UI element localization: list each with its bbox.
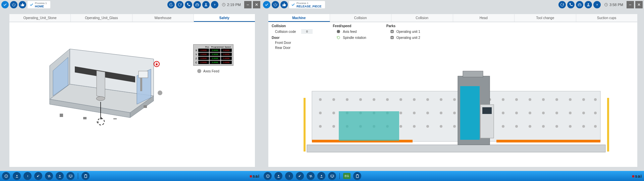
lock-icon [154, 61, 160, 67]
axes-feed: Axes Feed [197, 69, 219, 73]
toolbox-button[interactable] [194, 1, 201, 8]
user-button[interactable] [202, 1, 210, 8]
help-button[interactable]: ? [593, 1, 601, 8]
svg-point-59 [319, 112, 322, 114]
svg-rect-106 [463, 71, 483, 77]
tab-operating-unit-glass[interactable]: Operating_Unit_Glass [71, 14, 132, 22]
svg-point-91 [502, 125, 504, 128]
refresh-button[interactable] [176, 1, 183, 8]
svg-point-95 [555, 125, 558, 128]
svg-point-56 [569, 98, 572, 101]
svg-text:?: ? [214, 3, 216, 6]
clock-text: 2:19 PM [227, 3, 241, 7]
thumbs-up-button[interactable] [280, 1, 288, 8]
svg-point-73 [529, 112, 531, 114]
bb-home[interactable] [264, 172, 272, 180]
collision-code-label: Collision code [275, 30, 296, 34]
svg-point-60 [332, 112, 335, 114]
bb-transfer[interactable] [45, 172, 53, 180]
clock-icon [222, 3, 226, 7]
svg-rect-100 [496, 140, 600, 142]
svg-point-66 [413, 112, 416, 114]
svg-point-93 [529, 125, 531, 128]
breadcrumb[interactable]: Process 1 HOME [28, 1, 50, 8]
svg-text:!: ! [289, 175, 290, 178]
tabs: Machine Collision Collision Head Tool ch… [268, 14, 637, 22]
svg-point-54 [542, 98, 545, 101]
bb-user[interactable] [274, 172, 282, 180]
bottombar-left: ! ■sai [0, 171, 262, 181]
svg-point-51 [502, 98, 504, 101]
bb-transfer[interactable] [307, 172, 315, 180]
svg-point-11 [96, 97, 105, 101]
svg-rect-115 [357, 174, 358, 175]
bb-tools[interactable] [296, 172, 304, 180]
bb-account[interactable] [317, 172, 325, 180]
svg-point-21 [16, 175, 17, 176]
help-button[interactable]: ? [211, 1, 218, 8]
toolbox-button[interactable] [576, 1, 583, 8]
tab-collision-2[interactable]: Collision [391, 14, 453, 22]
brand-logo: ■sai [632, 174, 642, 179]
breadcrumb[interactable]: Process 1 RELEASE_PIECE [289, 1, 325, 8]
tab-warehouse[interactable]: Warehouse [132, 14, 194, 22]
ok-button[interactable] [1, 1, 9, 8]
svg-point-58 [594, 98, 597, 101]
phone-button[interactable] [567, 1, 575, 8]
svg-point-53 [529, 98, 531, 101]
r-badge-icon: R [390, 35, 394, 40]
svg-point-57 [582, 98, 585, 101]
svg-rect-17 [144, 105, 147, 108]
bb-tools[interactable] [34, 172, 42, 180]
svg-rect-15 [83, 117, 87, 119]
user-button[interactable] [585, 1, 592, 8]
bb-eg-badge[interactable]: EG [343, 173, 351, 179]
svg-point-44 [386, 98, 389, 101]
parks-heading: Parks [386, 24, 420, 28]
svg-point-39 [319, 98, 322, 101]
svg-text:?: ? [596, 3, 598, 6]
svg-point-108 [267, 176, 268, 176]
bb-home[interactable] [2, 172, 10, 180]
pane-release-piece: Process 1 RELEASE_PIECE ? 3:58 PM ‒ ✕ Ma… [262, 0, 644, 181]
bb-screen[interactable] [328, 172, 336, 180]
ok-button[interactable] [263, 1, 270, 8]
bb-warning[interactable]: ! [23, 172, 32, 180]
tab-operating-unit-stone[interactable]: Operating_Unit_Stone [9, 14, 71, 22]
rotate-icon [336, 35, 341, 40]
clock: 3:58 PM [604, 3, 623, 7]
svg-marker-30 [337, 30, 340, 33]
tab-suction-cups[interactable]: Suction cups [576, 14, 638, 22]
svg-point-71 [502, 112, 504, 114]
bb-warning[interactable]: ! [285, 172, 293, 180]
tab-machine[interactable]: Machine [268, 14, 330, 22]
power-button[interactable] [272, 1, 279, 8]
bb-account[interactable] [56, 172, 64, 180]
close-button[interactable]: ✕ [253, 1, 260, 8]
tab-head[interactable]: Head [453, 14, 515, 22]
thumbs-up-button[interactable] [19, 1, 26, 8]
tab-safety[interactable]: Safety [194, 14, 255, 22]
svg-point-78 [594, 112, 597, 114]
svg-rect-24 [69, 175, 72, 177]
bb-screen[interactable] [66, 172, 74, 180]
refresh-button[interactable] [558, 1, 566, 8]
power-button[interactable] [10, 1, 17, 8]
spindle-rotation-label: Spindle rotation [343, 36, 366, 40]
bb-user[interactable] [13, 172, 21, 180]
bb-clipboard[interactable] [82, 172, 90, 180]
axis-status-box: Pos Programmed Speed X 0.0000 0.0000 0.0… [193, 44, 233, 66]
svg-point-74 [542, 112, 545, 114]
svg-point-43 [373, 98, 375, 101]
tab-tool-change[interactable]: Tool change [515, 14, 576, 22]
tab-collision-1[interactable]: Collision [330, 14, 392, 22]
svg-point-96 [569, 125, 572, 128]
minimize-button[interactable]: ‒ [627, 1, 634, 8]
svg-point-55 [555, 98, 558, 101]
close-button[interactable]: ✕ [635, 1, 643, 8]
machine-illustration [43, 39, 164, 119]
history-button[interactable] [167, 1, 175, 8]
phone-button[interactable] [185, 1, 192, 8]
minimize-button[interactable]: ‒ [244, 1, 252, 8]
bb-clipboard[interactable] [353, 172, 361, 180]
